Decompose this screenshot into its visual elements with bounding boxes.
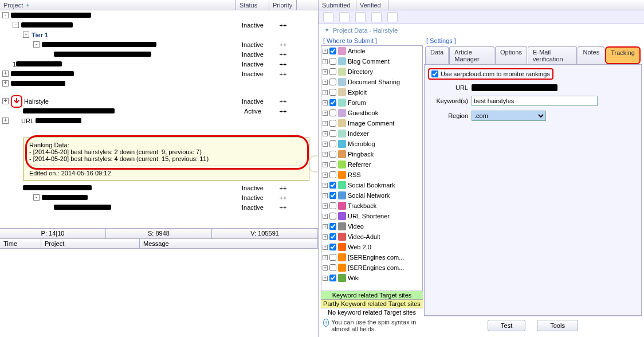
engine-row[interactable]: +Article [321, 46, 422, 56]
log-col-message[interactable]: Message [140, 239, 318, 248]
log-col-project[interactable]: Project [41, 239, 140, 248]
tab-notes[interactable]: Notes [578, 46, 604, 64]
toolbar-icon[interactable] [339, 12, 350, 22]
engine-row[interactable]: +Forum [321, 97, 422, 108]
tree-expand-icon[interactable]: + [323, 214, 328, 219]
toolbar-icon[interactable] [323, 12, 333, 22]
engine-list[interactable]: +Article+Blog Comment+Directory+Document… [321, 45, 423, 291]
engine-checkbox[interactable] [329, 68, 336, 75]
tree-expand-icon[interactable]: + [323, 80, 328, 85]
engine-checkbox[interactable] [329, 161, 336, 168]
tab-e-mail-verification[interactable]: E-Mail verification [528, 46, 578, 64]
engine-checkbox[interactable] [329, 120, 336, 127]
project-tree[interactable]: - -Inactive++ -Tier 1 -Inactive++ Inacti… [0, 10, 318, 228]
tree-expand-icon[interactable]: + [2, 80, 9, 87]
tree-expand-icon[interactable]: + [323, 193, 328, 198]
tree-expand-icon[interactable]: + [323, 162, 328, 167]
test-button[interactable]: Test [488, 320, 525, 331]
engine-row[interactable]: +Microblog [321, 139, 422, 149]
tree-expand-icon[interactable]: + [323, 49, 328, 54]
engine-checkbox[interactable] [329, 99, 336, 106]
tree-expand-icon[interactable]: + [323, 255, 328, 260]
tree-collapse-icon[interactable]: - [13, 22, 19, 28]
tree-expand-icon[interactable]: + [323, 59, 328, 64]
use-serpcloud-checkbox[interactable] [431, 70, 438, 77]
tree-collapse-icon[interactable]: - [23, 32, 29, 38]
tree-expand-icon[interactable]: + [323, 265, 328, 271]
tools-button[interactable]: Tools [537, 320, 578, 331]
tab-article-manager[interactable]: Article Manager [449, 46, 494, 64]
engine-checkbox[interactable] [329, 275, 336, 281]
engine-row[interactable]: +Web 2.0 [321, 242, 422, 252]
engine-row[interactable]: +Social Bookmark [321, 180, 422, 190]
tree-expand-icon[interactable]: + [323, 234, 328, 240]
tab-tracking[interactable]: Tracking [605, 46, 641, 64]
engine-row[interactable]: +Trackback [321, 201, 422, 211]
engine-row[interactable]: +[SEREngines com... [321, 252, 422, 262]
engine-checkbox[interactable] [329, 89, 336, 96]
col-verified[interactable]: Verified [356, 0, 388, 10]
engine-row[interactable]: +Video [321, 221, 422, 232]
engine-row[interactable]: +Directory [321, 66, 422, 77]
engine-checkbox[interactable] [329, 233, 336, 240]
engine-row[interactable]: +RSS [321, 170, 422, 180]
tree-collapse-icon[interactable]: - [33, 41, 40, 48]
toolbar-icon[interactable] [371, 12, 382, 22]
engine-checkbox[interactable] [329, 223, 336, 230]
engine-checkbox[interactable] [329, 109, 336, 116]
engine-row[interactable]: +Social Network [321, 190, 422, 201]
tree-expand-icon[interactable]: + [323, 69, 328, 75]
engine-row[interactable]: +Referrer [321, 159, 422, 170]
tree-expand-icon[interactable]: + [323, 90, 328, 95]
engine-checkbox[interactable] [329, 244, 336, 250]
tree-expand-icon[interactable]: + [323, 203, 328, 209]
engine-row[interactable]: +Document Sharing [321, 77, 422, 87]
tab-options[interactable]: Options [495, 46, 527, 64]
tree-expand-icon[interactable]: + [323, 142, 328, 147]
project-hairstyle[interactable]: Hairstyle [24, 98, 49, 105]
keywords-input[interactable] [472, 96, 598, 106]
tree-expand-icon[interactable]: + [323, 224, 328, 229]
tree-expand-icon[interactable]: + [323, 183, 328, 188]
engine-row[interactable]: +Indexer [321, 128, 422, 139]
log-col-time[interactable]: Time [0, 239, 41, 248]
engine-row[interactable]: +Pingback [321, 149, 422, 159]
engine-row[interactable]: +Video-Adult [321, 232, 422, 242]
tree-expand-icon[interactable]: + [323, 111, 328, 116]
col-submitted[interactable]: Submitted [319, 0, 356, 10]
tree-expand-icon[interactable]: + [323, 276, 328, 281]
tree-expand-icon[interactable]: + [323, 152, 328, 157]
toolbar-icon[interactable] [355, 12, 366, 22]
tree-expand-icon[interactable]: + [2, 98, 9, 104]
engine-row[interactable]: +URL Shortener [321, 211, 422, 221]
engine-row[interactable]: +[SEREngines com... [321, 262, 422, 273]
engine-checkbox[interactable] [329, 130, 336, 137]
tree-expand-icon[interactable]: + [323, 121, 328, 126]
col-priority[interactable]: Priority [269, 0, 297, 10]
engine-checkbox[interactable] [329, 58, 336, 65]
tree-expand-icon[interactable]: + [323, 131, 328, 136]
tree-expand-icon[interactable]: + [2, 70, 9, 77]
engine-checkbox[interactable] [329, 151, 336, 158]
engine-checkbox[interactable] [329, 213, 336, 220]
engine-row[interactable]: +Image Comment [321, 118, 422, 128]
engine-row[interactable]: +Exploit [321, 87, 422, 97]
engine-checkbox[interactable] [329, 254, 336, 261]
engine-checkbox[interactable] [329, 48, 336, 54]
tree-expand-icon[interactable]: + [323, 173, 328, 178]
engine-checkbox[interactable] [329, 192, 336, 199]
col-status[interactable]: Status [236, 0, 269, 10]
col-project[interactable]: Project▲ [0, 0, 236, 10]
engine-checkbox[interactable] [329, 171, 336, 178]
engine-checkbox[interactable] [329, 264, 336, 271]
engine-checkbox[interactable] [329, 140, 336, 147]
engine-row[interactable]: +Guestbook [321, 108, 422, 118]
engine-checkbox[interactable] [329, 202, 336, 209]
tree-expand-icon[interactable]: + [323, 100, 328, 105]
tree-expand-icon[interactable]: + [2, 117, 9, 124]
tree-expand-icon[interactable]: + [323, 245, 328, 250]
log-body[interactable] [0, 249, 318, 337]
engine-row[interactable]: +Wiki [321, 273, 422, 283]
engine-checkbox[interactable] [329, 79, 336, 85]
engine-row[interactable]: +Blog Comment [321, 56, 422, 66]
